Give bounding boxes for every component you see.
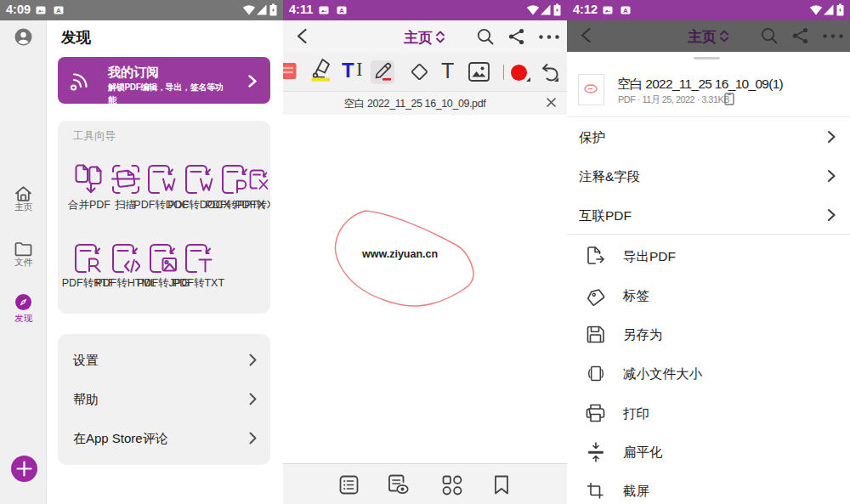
svg-text:A: A xyxy=(56,7,61,14)
svg-text:A: A xyxy=(623,7,628,14)
svg-text:A: A xyxy=(339,7,344,14)
